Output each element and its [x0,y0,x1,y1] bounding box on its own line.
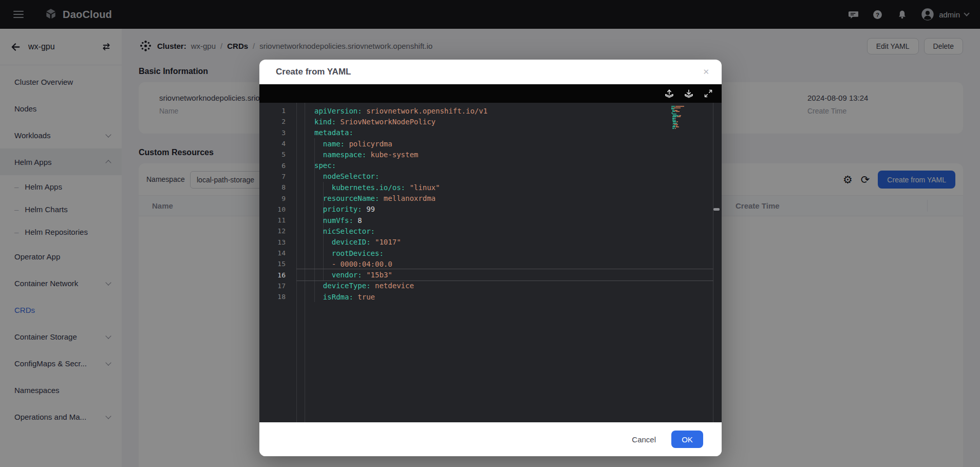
line-code: apiVersion: sriovnetwork.openshift.io/v1 [314,107,487,115]
line-number: 5 [259,151,286,158]
yaml-key: rootDevices: [332,249,384,257]
minimap-line [671,128,696,129]
line-code: resourceName: mellanoxrdma [314,194,436,202]
yaml-line-18[interactable]: 18 isRdma: true [259,291,722,302]
modal-title: Create from YAML [276,67,351,77]
yaml-line-3[interactable]: 3metadata: [259,127,722,138]
minimap[interactable] [671,106,696,129]
modal-header: Create from YAML ✕ [259,60,722,84]
fullscreen-icon[interactable] [703,88,713,99]
line-number: 9 [259,195,286,202]
cancel-button[interactable]: Cancel [632,435,656,444]
line-number: 15 [259,260,286,268]
yaml-key: deviceType: [323,282,371,290]
line-number: 2 [259,118,286,125]
yaml-line-9[interactable]: 9 resourceName: mellanoxrdma [259,193,722,203]
yaml-key: kind: [314,118,336,126]
yaml-line-1[interactable]: 1apiVersion: sriovnetwork.openshift.io/v… [259,105,722,116]
yaml-line-8[interactable]: 8 kubernetes.io/os: "linux" [259,182,722,193]
yaml-line-6[interactable]: 6spec: [259,160,722,171]
line-code: priority: 99 [314,205,375,213]
line-number: 10 [259,206,286,213]
line-code: kind: SriovNetworkNodePolicy [314,118,436,126]
yaml-value: kube-system [366,151,418,159]
line-number: 12 [259,227,286,235]
editor-toolbar [259,84,722,103]
yaml-line-2[interactable]: 2kind: SriovNetworkNodePolicy [259,116,722,127]
yaml-line-10[interactable]: 10 priority: 99 [259,204,722,215]
yaml-line-17[interactable]: 17 deviceType: netdevice [259,281,722,291]
line-number: 18 [259,293,286,301]
yaml-editor[interactable]: 1apiVersion: sriovnetwork.openshift.io/v… [259,103,722,422]
yaml-line-12[interactable]: 12 nicSelector: [259,226,722,236]
line-code: name: policyrdma [314,140,392,148]
yaml-line-15[interactable]: 15 - 0000:04:00.0 [259,258,722,269]
line-code: nodeSelector: [314,172,379,180]
yaml-value: SriovNetworkNodePolicy [336,118,436,126]
ok-button[interactable]: OK [671,431,703,448]
yaml-key: apiVersion: [314,107,362,115]
yaml-value: 99 [362,205,375,213]
download-icon[interactable] [684,88,694,99]
line-code: deviceID: "1017" [314,238,401,246]
yaml-value: "1017" [371,238,401,246]
line-number: 17 [259,282,286,290]
upload-icon[interactable] [664,88,674,99]
yaml-line-11[interactable]: 11 numVfs: 8 [259,215,722,226]
line-number: 1 [259,107,286,115]
yaml-key: nicSelector: [323,227,375,235]
yaml-line-5[interactable]: 5 namespace: kube-system [259,149,722,160]
yaml-line-13[interactable]: 13 deviceID: "1017" [259,237,722,248]
yaml-key: resourceName: [323,194,380,202]
line-number: 13 [259,238,286,246]
yaml-line-14[interactable]: 14 rootDevices: [259,248,722,258]
line-number: 14 [259,249,286,257]
yaml-key: priority: [323,205,362,213]
line-code: spec: [314,161,336,170]
line-number: 16 [259,271,286,279]
yaml-key: kubernetes.io/os: [332,183,405,192]
line-number: 3 [259,129,286,137]
yaml-value: netdevice [371,282,414,290]
yaml-key: spec: [314,161,336,170]
yaml-line-4[interactable]: 4 name: policyrdma [259,138,722,149]
create-from-yaml-modal: Create from YAML ✕ 1apiVersion: sriovnet… [259,60,722,456]
line-number: 7 [259,173,286,180]
line-code: vendor: "15b3" [314,271,392,279]
line-code: numVfs: 8 [314,216,362,225]
yaml-value: 8 [353,216,362,225]
yaml-value: "15b3" [362,271,392,279]
code-lines: 1apiVersion: sriovnetwork.openshift.io/v… [259,105,722,302]
line-code: - 0000:04:00.0 [314,260,392,268]
line-code: kubernetes.io/os: "linux" [314,183,440,192]
yaml-key: isRdma: [323,293,353,301]
yaml-key: nodeSelector: [323,172,380,180]
line-code: deviceType: netdevice [314,282,414,290]
line-code: namespace: kube-system [314,151,418,159]
yaml-value: mellanoxrdma [379,194,436,202]
line-number: 6 [259,162,286,170]
yaml-sequence-dash: - 0000:04:00.0 [332,260,392,268]
line-code: nicSelector: [314,227,375,235]
yaml-value: policyrdma [345,140,392,148]
line-code: isRdma: true [314,293,375,301]
yaml-key: name: [323,140,345,148]
line-code: metadata: [314,128,353,137]
line-number: 8 [259,183,286,191]
yaml-key: numVfs: [323,216,353,225]
yaml-value: true [353,293,375,301]
yaml-line-16[interactable]: 16 vendor: "15b3" [259,269,722,280]
yaml-value: "linux" [405,183,440,192]
yaml-key: vendor: [332,271,362,279]
yaml-key: deviceID: [332,238,371,246]
yaml-key: metadata: [314,128,353,137]
line-number: 4 [259,140,286,147]
yaml-key: namespace: [323,151,366,159]
close-icon[interactable]: ✕ [703,67,709,77]
yaml-value: sriovnetwork.openshift.io/v1 [362,107,487,115]
yaml-line-7[interactable]: 7 nodeSelector: [259,171,722,182]
line-number: 11 [259,216,286,224]
modal-footer: Cancel OK [259,422,722,456]
line-code: rootDevices: [314,249,384,257]
